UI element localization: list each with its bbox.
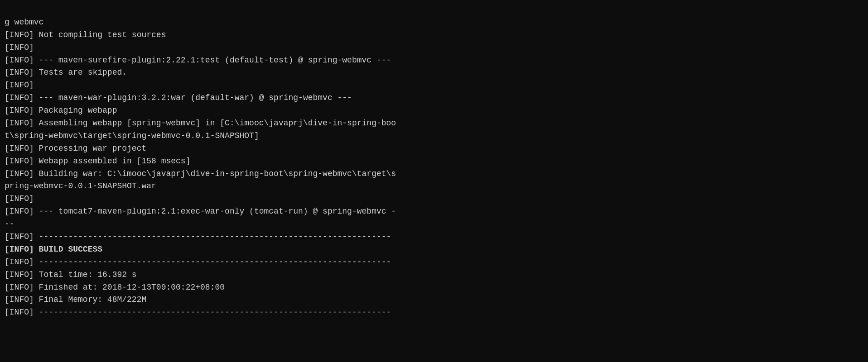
terminal-line: [INFO] Processing war project (5, 143, 863, 155)
terminal-line: [INFO] (5, 193, 863, 205)
terminal-line: [INFO] Building war: C:\imooc\javaprj\di… (5, 168, 863, 181)
terminal-line: [INFO] ---------------------------------… (5, 306, 863, 319)
terminal-line: [INFO] (5, 42, 863, 54)
terminal-line: [INFO] Packaging webapp (5, 105, 863, 117)
terminal-line: [INFO] (5, 79, 863, 92)
terminal-line: [INFO] BUILD SUCCESS (5, 243, 863, 256)
terminal-line: [INFO] Finished at: 2018-12-13T09:00:22+… (5, 281, 863, 294)
terminal-line: t\spring-webmvc\target\spring-webmvc-0.0… (5, 130, 863, 143)
terminal-line: -- (5, 218, 863, 231)
terminal-line: [INFO] ---------------------------------… (5, 231, 863, 243)
terminal-line: [INFO] Tests are skipped. (5, 67, 863, 79)
terminal-line: [INFO] --- tomcat7-maven-plugin:2.1:exec… (5, 205, 863, 218)
terminal-line: [INFO] --- maven-war-plugin:3.2.2:war (d… (5, 92, 863, 105)
terminal-line: [INFO] Assembling webapp [spring-webmvc]… (5, 117, 863, 130)
terminal-line: g webmvc (5, 16, 863, 29)
terminal-line: pring-webmvc-0.0.1-SNAPSHOT.war (5, 180, 863, 193)
terminal-line: [INFO] Total time: 16.392 s (5, 269, 863, 281)
terminal-output: g webmvc[INFO] Not compiling test source… (0, 0, 868, 323)
terminal-line: [INFO] Not compiling test sources (5, 29, 863, 42)
terminal-line: [INFO] ---------------------------------… (5, 256, 863, 269)
terminal-line: [INFO] --- maven-surefire-plugin:2.22.1:… (5, 54, 863, 67)
terminal-line: [INFO] Webapp assembled in [158 msecs] (5, 155, 863, 168)
terminal-line: [INFO] Final Memory: 48M/222M (5, 294, 863, 306)
